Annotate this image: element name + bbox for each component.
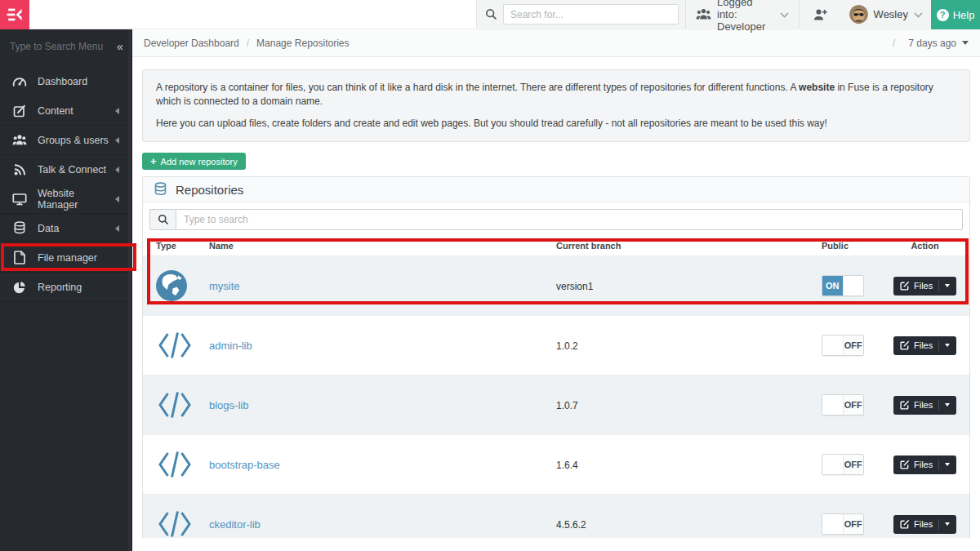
timestamp-dropdown[interactable]: / 7 days ago [885, 38, 969, 49]
help-button[interactable]: ? Help [931, 0, 980, 29]
topbar-search-input[interactable] [503, 4, 679, 24]
dropdown-caret-icon[interactable] [945, 284, 950, 287]
column-header-current-branch: Current branch [556, 241, 822, 251]
reporting-icon [12, 281, 27, 294]
username-label: Wesley [874, 8, 908, 20]
files-button[interactable]: Files [893, 336, 956, 355]
sidebar-item-content[interactable]: Content [0, 96, 131, 126]
breadcrumb-item-manage-repositories[interactable]: Manage Repositories [256, 38, 349, 49]
dropdown-caret-icon[interactable] [945, 403, 950, 407]
add-new-repository-button[interactable]: + Add new repository [142, 153, 246, 170]
info-paragraph-2: Here you can upload files, create folder… [156, 117, 956, 131]
edit-file-icon [900, 400, 910, 410]
dropdown-caret-icon[interactable] [945, 463, 950, 466]
files-button[interactable]: Files [893, 396, 956, 415]
search-icon [485, 8, 497, 20]
talk-icon [12, 163, 27, 176]
topbar-search [477, 4, 685, 24]
files-label: Files [914, 460, 933, 469]
code-icon [156, 509, 209, 538]
sidebar-item-talk-connect[interactable]: Talk & Connect [0, 155, 131, 184]
table-row: blogs-lib 1.0.7 OFF Files [143, 375, 969, 434]
groups-icon [12, 134, 27, 146]
public-toggle[interactable]: ON [822, 275, 864, 296]
sidebar-item-website-manager[interactable]: Website Manager [0, 184, 131, 214]
column-header-name: Name [209, 241, 556, 251]
caret-left-icon [115, 196, 119, 202]
files-label: Files [914, 519, 933, 529]
table-row: bootstrap-base 1.6.4 OFF Files [143, 434, 969, 494]
topbar-right-section: Logged into: Developer Wesley [476, 0, 931, 29]
sidebar-menu: Dashboard Content Groups & users Talk & … [0, 67, 131, 302]
breadcrumb: Developer Dashboard / Manage Repositorie… [132, 29, 980, 57]
repository-name-link[interactable]: bootstrap-base [209, 459, 280, 471]
content-icon [12, 104, 27, 118]
panel-title: Repositories [176, 183, 243, 197]
sidebar-item-label: Groups & users [38, 135, 115, 146]
branch-label: version1 [556, 281, 593, 292]
website-icon [12, 193, 27, 206]
app-logo[interactable] [0, 0, 29, 29]
add-new-repository-label: Add new repository [161, 157, 238, 167]
sidebar-item-groups-users[interactable]: Groups & users [0, 126, 131, 155]
sidebar-item-file-manager[interactable]: File manager [0, 243, 131, 273]
code-icon [156, 390, 209, 420]
logged-into-dropdown[interactable]: Logged into: Developer [685, 0, 800, 29]
files-button[interactable]: Files [893, 277, 956, 295]
sidebar-item-label: Reporting [38, 282, 131, 293]
info-box: A repository is a container for files, y… [142, 69, 970, 142]
sidebar-item-data[interactable]: Data [0, 214, 131, 243]
file-icon [12, 251, 27, 264]
sidebar-item-reporting[interactable]: Reporting [0, 273, 131, 302]
branch-label: 1.6.4 [556, 460, 578, 471]
button-divider [938, 519, 939, 530]
caret-left-icon [115, 225, 119, 232]
files-label: Files [914, 281, 933, 291]
search-icon [149, 209, 176, 230]
files-button[interactable]: Files [893, 455, 956, 474]
table-row: mysite version1 ON Files [143, 256, 969, 315]
repositories-panel: Repositories Type Name Current branch Pu… [142, 176, 970, 538]
repository-name-link[interactable]: blogs-lib [209, 399, 248, 411]
column-header-type: Type [156, 241, 209, 251]
table-row: ckeditor-lib 4.5.6.2 OFF Files [143, 494, 969, 538]
dropdown-caret-icon[interactable] [945, 522, 950, 526]
repository-name-link[interactable]: ckeditor-lib [209, 518, 261, 531]
topbar: Logged into: Developer Wesley ? Help [0, 0, 980, 29]
topbar-spacer [29, 0, 476, 29]
users-group-icon [696, 8, 711, 20]
sidebar-item-label: Dashboard [38, 76, 131, 87]
database-icon [154, 182, 167, 197]
column-header-action: Action [893, 241, 956, 251]
edit-file-icon [900, 460, 910, 469]
edit-file-icon [900, 519, 910, 529]
branch-label: 1.0.2 [556, 340, 578, 352]
sidebar-item-label: Website Manager [38, 188, 115, 211]
sidebar-search-input[interactable] [8, 40, 112, 53]
question-circle-icon: ? [937, 9, 949, 21]
dropdown-caret-icon[interactable] [945, 344, 950, 347]
user-menu[interactable]: Wesley [841, 0, 931, 29]
sidebar-scrollbar[interactable] [128, 29, 131, 551]
sidebar-item-label: File manager [38, 252, 131, 264]
files-button[interactable]: Files [893, 515, 956, 534]
timestamp-separator: / [893, 38, 895, 49]
public-toggle[interactable]: OFF [822, 513, 864, 535]
caret-down-icon [962, 41, 969, 45]
caret-left-icon [115, 137, 119, 144]
repository-name-link[interactable]: mysite [209, 280, 240, 292]
repository-name-link[interactable]: admin-lib [209, 340, 252, 352]
brand-logo-icon [6, 6, 24, 24]
caret-left-icon [115, 108, 119, 114]
public-toggle[interactable]: OFF [822, 335, 864, 356]
add-user-button[interactable] [800, 0, 841, 29]
collapse-sidebar-button[interactable]: « [112, 40, 128, 53]
public-toggle[interactable]: OFF [822, 394, 864, 415]
edit-file-icon [900, 340, 910, 350]
plus-icon: + [150, 156, 157, 167]
repository-search-input[interactable] [176, 209, 963, 230]
sidebar-item-dashboard[interactable]: Dashboard [0, 67, 131, 96]
breadcrumb-item-developer-dashboard[interactable]: Developer Dashboard [144, 38, 239, 49]
help-label: Help [953, 9, 975, 21]
public-toggle[interactable]: OFF [822, 454, 864, 475]
